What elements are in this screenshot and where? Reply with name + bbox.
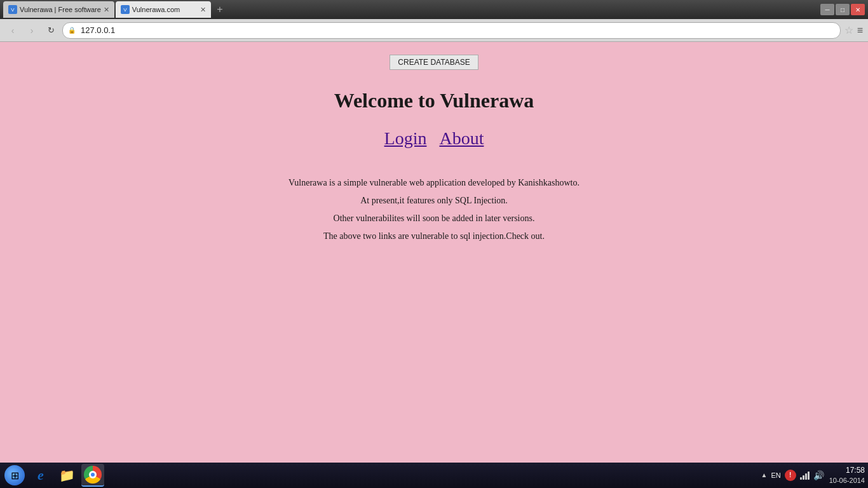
start-icon: ⊞ [4, 465, 25, 485]
signal-bar-1 [800, 477, 802, 480]
taskbar-right: ▲ EN ! 🔊 17:58 10-06-2014 [761, 466, 865, 485]
desc-line-4: The above two links are vulnerable to sq… [288, 227, 580, 245]
ie-button[interactable]: e [29, 464, 52, 487]
tab-2-icon: V [121, 5, 130, 14]
desc-line-3: Other vulnerabilites will soon be added … [288, 210, 580, 227]
desc-line-1: Vulnerawa is a simple vulnerable web app… [288, 174, 580, 192]
browser-content: CREATE DATABASE Welcome to Vulnerawa Log… [0, 42, 868, 463]
desc-line-2: At present,it features only SQL Injectio… [288, 192, 580, 210]
volume-icon[interactable]: 🔊 [813, 470, 824, 480]
language-indicator[interactable]: EN [771, 471, 780, 479]
system-tray: ▲ EN ! 🔊 [761, 470, 824, 481]
taskbar: ⊞ e 📁 ▲ EN ! [0, 463, 868, 488]
address-bar: ‹ › ↻ 🔒 127.0.0.1 ☆ ≡ [0, 19, 868, 42]
signal-bar-3 [805, 473, 807, 480]
url-bar[interactable]: 🔒 127.0.0.1 [62, 22, 841, 39]
tab-2[interactable]: V Vulnerawa.com ✕ [116, 1, 211, 18]
signal-bar-4 [808, 471, 810, 480]
close-button[interactable]: ✕ [851, 4, 865, 15]
signal-bars [800, 471, 810, 480]
ie-icon: e [32, 466, 50, 484]
refresh-button[interactable]: ↻ [43, 23, 58, 38]
url-text: 127.0.0.1 [81, 25, 115, 35]
new-tab-button[interactable]: + [212, 2, 227, 17]
tab-2-label: Vulnerawa.com [132, 6, 180, 13]
tray-expand-icon[interactable]: ▲ [761, 471, 768, 478]
login-link[interactable]: Login [384, 128, 427, 149]
url-icon: 🔒 [68, 27, 76, 34]
chrome-button[interactable] [81, 464, 104, 487]
taskbar-left: ⊞ e 📁 [3, 464, 104, 487]
tab-1-label: Vulnerawa | Free software [20, 6, 101, 13]
file-explorer-icon: 📁 [58, 466, 76, 484]
back-button[interactable]: ‹ [5, 23, 20, 38]
tab-1-icon: V [8, 5, 17, 14]
tabs-container: V Vulnerawa | Free software ✕ V Vulneraw… [3, 1, 227, 18]
tab-2-close[interactable]: ✕ [200, 6, 206, 14]
antivirus-icon: ! [785, 470, 796, 481]
time-display: 17:58 10-06-2014 [829, 466, 865, 485]
forward-button[interactable]: › [24, 23, 39, 38]
chrome-icon [84, 466, 102, 484]
nav-links: Login About [384, 128, 484, 149]
minimize-button[interactable]: ─ [820, 4, 834, 15]
bookmark-icon[interactable]: ☆ [844, 24, 853, 36]
file-explorer-button[interactable]: 📁 [55, 464, 78, 487]
title-bar: V Vulnerawa | Free software ✕ V Vulneraw… [0, 0, 868, 19]
create-database-button[interactable]: CREATE DATABASE [390, 55, 478, 70]
menu-icon[interactable]: ≡ [857, 25, 863, 36]
start-button[interactable]: ⊞ [3, 464, 26, 487]
welcome-title: Welcome to Vulnerawa [334, 89, 534, 112]
signal-bar-2 [803, 475, 804, 480]
time-text: 17:58 [829, 466, 865, 476]
tab-1-close[interactable]: ✕ [104, 6, 109, 14]
tab-1[interactable]: V Vulnerawa | Free software ✕ [3, 1, 114, 18]
about-link[interactable]: About [439, 128, 484, 149]
date-text: 10-06-2014 [829, 476, 865, 485]
description: Vulnerawa is a simple vulnerable web app… [288, 174, 580, 245]
maximize-button[interactable]: □ [836, 4, 850, 15]
window-controls: ─ □ ✕ [820, 4, 865, 15]
